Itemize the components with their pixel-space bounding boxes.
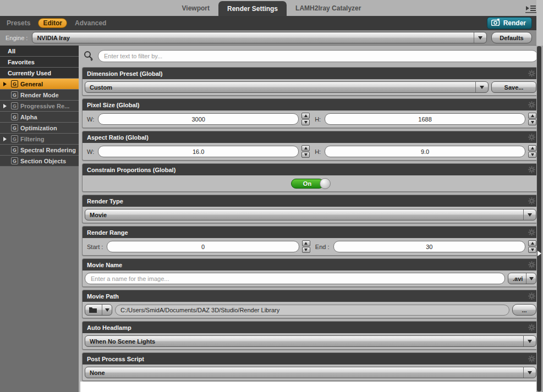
section-movie-path: Movie Path C:/Users/SmidA/Documents/DAZ … — [82, 290, 539, 318]
scrollbar[interactable] — [536, 0, 543, 392]
engine-row: Engine : NVIDIA Iray Defaults — [0, 30, 543, 46]
aspect-height-stepper[interactable] — [528, 145, 536, 158]
sidebar-item-spectral-rendering[interactable]: G Spectral Rendering — [0, 145, 79, 156]
range-end-stepper[interactable] — [528, 240, 536, 253]
camera-icon — [491, 19, 501, 27]
auto-headlamp-select[interactable]: When No Scene Lights — [85, 335, 536, 347]
gear-icon[interactable] — [528, 166, 535, 173]
engine-select-value: NVIDIA Iray — [32, 32, 474, 43]
tab-viewport[interactable]: Viewport — [173, 0, 218, 16]
sidebar-item-general[interactable]: G General — [0, 79, 79, 90]
tab-lamh2iray-catalyzer[interactable]: LAMH2Iray Catalyzer — [287, 0, 370, 16]
mode-editor[interactable]: Editor — [38, 18, 67, 28]
chevron-down-icon[interactable] — [523, 367, 536, 378]
sidebar-item-label: Section Objects — [20, 158, 66, 164]
chevron-down-icon[interactable] — [102, 305, 112, 315]
settings-main: Dimension Preset (Global) Custom Save... — [79, 46, 543, 392]
section-auto-headlamp: Auto Headlamp When No Scene Lights — [82, 321, 539, 350]
filter-input[interactable] — [98, 50, 538, 62]
sidebar-item-optimization[interactable]: G Optimization — [0, 123, 79, 134]
height-label: H: — [312, 116, 322, 123]
section-title: Movie Name — [87, 262, 528, 268]
toggle-knob[interactable] — [320, 178, 331, 189]
save-preset-button[interactable]: Save... — [491, 81, 536, 93]
gear-icon[interactable] — [528, 292, 535, 300]
chevron-down-icon[interactable] — [523, 336, 536, 346]
dimension-preset-select[interactable]: Custom — [85, 81, 489, 93]
group-g-icon: G — [11, 124, 18, 131]
sidebar-item-label: Progressive Re... — [20, 103, 69, 109]
section-dimension-preset: Dimension Preset (Global) Custom Save... — [82, 67, 539, 96]
gear-icon[interactable] — [528, 197, 535, 205]
sidebar-item-section-objects[interactable]: G Section Objects — [0, 156, 79, 167]
pixel-width-stepper[interactable] — [301, 113, 310, 125]
constrain-proportions-toggle[interactable]: On — [291, 178, 331, 189]
movie-name-input[interactable] — [85, 273, 505, 284]
aspect-width-input[interactable] — [98, 146, 299, 157]
chevron-down-icon[interactable] — [474, 32, 486, 43]
extension-value: .avi — [508, 273, 526, 284]
render-button[interactable]: Render — [487, 17, 532, 29]
gear-icon[interactable] — [528, 355, 535, 362]
sidebar-item-progressive-rendering[interactable]: G Progressive Re... — [0, 101, 79, 112]
dimension-preset-value: Custom — [85, 82, 475, 92]
section-render-range: Render Range Start : End : — [82, 226, 539, 256]
search-icon[interactable] — [83, 51, 94, 62]
gear-icon[interactable] — [528, 324, 535, 331]
render-type-select[interactable]: Movie — [85, 209, 536, 220]
extension-select[interactable]: .avi — [508, 273, 536, 284]
sidebar-item-label: Optimization — [20, 125, 57, 131]
panel-menu-icon[interactable] — [524, 2, 537, 14]
range-end-input[interactable] — [333, 241, 525, 252]
defaults-button[interactable]: Defaults — [491, 32, 532, 43]
engine-select[interactable]: NVIDIA Iray — [32, 32, 487, 43]
expand-arrow-icon[interactable] — [3, 137, 8, 141]
tab-render-settings[interactable]: Render Settings — [218, 1, 287, 16]
movie-path-value[interactable]: C:/Users/SmidA/Documents/DAZ 3D/Studio/R… — [115, 305, 509, 316]
group-g-icon: G — [11, 91, 18, 98]
gear-icon[interactable] — [528, 229, 535, 236]
sidebar-item-render-mode[interactable]: G Render Mode — [0, 90, 79, 101]
gear-icon[interactable] — [528, 134, 535, 141]
sidebar-item-label: Alpha — [20, 114, 37, 120]
aspect-width-stepper[interactable] — [301, 145, 310, 158]
sidebar-item-all[interactable]: All — [0, 46, 79, 57]
sidebar-item-favorites[interactable]: Favorites — [0, 57, 79, 68]
section-title: Render Range — [87, 229, 528, 236]
tab-bar: Viewport Render Settings LAMH2Iray Catal… — [0, 0, 543, 16]
browse-button[interactable]: ... — [512, 304, 536, 316]
gear-icon[interactable] — [528, 101, 535, 108]
empty-area — [79, 382, 543, 392]
pixel-width-input[interactable] — [98, 113, 299, 125]
mode-advanced[interactable]: Advanced — [75, 19, 106, 27]
post-process-script-select[interactable]: None — [85, 367, 536, 378]
pixel-height-input[interactable] — [325, 113, 525, 125]
expand-arrow-icon[interactable] — [3, 104, 8, 108]
chevron-down-icon[interactable] — [475, 82, 488, 92]
expand-arrow-icon[interactable] — [3, 82, 8, 86]
section-movie-name: Movie Name .avi — [82, 258, 539, 287]
gear-icon[interactable] — [528, 70, 535, 77]
chevron-down-icon[interactable] — [523, 209, 536, 220]
mode-presets[interactable]: Presets — [7, 19, 30, 27]
filter-row — [83, 50, 538, 62]
chevron-down-icon[interactable] — [526, 273, 536, 284]
range-start-input[interactable] — [107, 241, 299, 252]
section-aspect-ratio: Aspect Ratio (Global) W: H: — [82, 131, 539, 161]
group-g-icon: G — [11, 113, 18, 120]
folder-select-button[interactable] — [85, 304, 112, 316]
sidebar-item-alpha[interactable]: G Alpha — [0, 112, 79, 123]
folder-icon — [85, 305, 102, 315]
sidebar-item-filtering[interactable]: G Filtering — [0, 134, 79, 145]
pixel-height-stepper[interactable] — [528, 113, 536, 125]
scrollbar-thumb[interactable] — [537, 46, 541, 391]
section-title: Render Type — [87, 198, 528, 205]
sidebar-item-currently-used[interactable]: Currently Used — [0, 68, 79, 79]
group-g-icon: G — [11, 102, 18, 109]
range-start-stepper[interactable] — [302, 240, 310, 253]
aspect-height-input[interactable] — [325, 146, 525, 157]
section-title: Movie Path — [87, 293, 528, 300]
panel-slide-arrow-icon[interactable] — [537, 251, 541, 256]
gear-icon[interactable] — [528, 261, 535, 268]
toggle-state-label: On — [291, 179, 324, 189]
